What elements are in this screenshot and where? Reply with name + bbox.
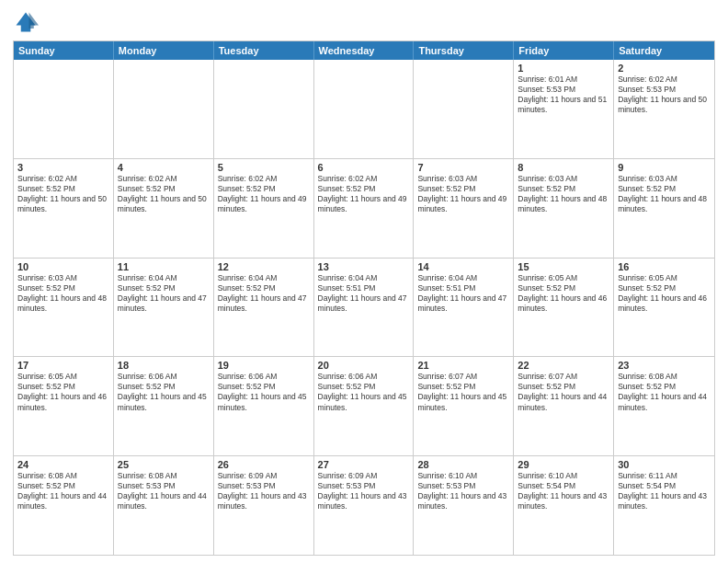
header: [13, 9, 715, 35]
header-day-wednesday: Wednesday: [314, 41, 415, 60]
calendar-cell: 15Sunrise: 6:05 AM Sunset: 5:52 PM Dayli…: [514, 259, 614, 357]
header-day-tuesday: Tuesday: [214, 41, 314, 60]
calendar-row-2: 10Sunrise: 6:03 AM Sunset: 5:52 PM Dayli…: [14, 259, 714, 358]
day-number: 18: [118, 360, 210, 371]
day-number: 25: [118, 459, 210, 470]
calendar-cell: 21Sunrise: 6:07 AM Sunset: 5:52 PM Dayli…: [414, 357, 514, 455]
calendar: SundayMondayTuesdayWednesdayThursdayFrid…: [13, 40, 715, 556]
day-number: 16: [618, 261, 711, 272]
cell-info: Sunrise: 6:08 AM Sunset: 5:53 PM Dayligh…: [118, 471, 210, 511]
calendar-cell: 12Sunrise: 6:04 AM Sunset: 5:52 PM Dayli…: [214, 259, 314, 357]
day-number: 28: [417, 459, 509, 470]
calendar-cell: 5Sunrise: 6:02 AM Sunset: 5:52 PM Daylig…: [214, 159, 314, 258]
cell-info: Sunrise: 6:01 AM Sunset: 5:53 PM Dayligh…: [518, 75, 609, 115]
calendar-cell: 7Sunrise: 6:03 AM Sunset: 5:52 PM Daylig…: [414, 159, 514, 258]
cell-info: Sunrise: 6:04 AM Sunset: 5:52 PM Dayligh…: [118, 273, 210, 314]
calendar-cell: 6Sunrise: 6:02 AM Sunset: 5:52 PM Daylig…: [314, 159, 415, 258]
calendar-cell: 27Sunrise: 6:09 AM Sunset: 5:53 PM Dayli…: [314, 456, 415, 555]
calendar-cell: 22Sunrise: 6:07 AM Sunset: 5:52 PM Dayli…: [514, 357, 614, 455]
calendar-cell: [14, 60, 114, 158]
calendar-cell: 28Sunrise: 6:10 AM Sunset: 5:53 PM Dayli…: [414, 456, 514, 555]
cell-info: Sunrise: 6:05 AM Sunset: 5:52 PM Dayligh…: [17, 372, 109, 412]
calendar-cell: 14Sunrise: 6:04 AM Sunset: 5:51 PM Dayli…: [414, 259, 514, 357]
day-number: 19: [218, 360, 310, 371]
calendar-cell: 30Sunrise: 6:11 AM Sunset: 5:54 PM Dayli…: [614, 456, 714, 555]
cell-info: Sunrise: 6:11 AM Sunset: 5:54 PM Dayligh…: [618, 471, 711, 511]
cell-info: Sunrise: 6:02 AM Sunset: 5:52 PM Dayligh…: [118, 174, 210, 214]
calendar-row-4: 24Sunrise: 6:08 AM Sunset: 5:52 PM Dayli…: [14, 456, 714, 555]
calendar-header: SundayMondayTuesdayWednesdayThursdayFrid…: [14, 41, 714, 60]
calendar-cell: 11Sunrise: 6:04 AM Sunset: 5:52 PM Dayli…: [114, 259, 214, 357]
calendar-cell: 24Sunrise: 6:08 AM Sunset: 5:52 PM Dayli…: [14, 456, 114, 555]
calendar-cell: 10Sunrise: 6:03 AM Sunset: 5:52 PM Dayli…: [14, 259, 114, 357]
cell-info: Sunrise: 6:07 AM Sunset: 5:52 PM Dayligh…: [417, 372, 509, 412]
header-day-thursday: Thursday: [414, 41, 514, 60]
calendar-cell: 13Sunrise: 6:04 AM Sunset: 5:51 PM Dayli…: [314, 259, 415, 357]
svg-marker-1: [29, 13, 40, 29]
day-number: 22: [518, 360, 609, 371]
cell-info: Sunrise: 6:08 AM Sunset: 5:52 PM Dayligh…: [17, 471, 109, 511]
day-number: 2: [618, 63, 711, 74]
calendar-cell: 9Sunrise: 6:03 AM Sunset: 5:52 PM Daylig…: [614, 159, 714, 258]
calendar-body: 1Sunrise: 6:01 AM Sunset: 5:53 PM Daylig…: [14, 60, 714, 555]
cell-info: Sunrise: 6:02 AM Sunset: 5:53 PM Dayligh…: [618, 75, 711, 115]
calendar-row-0: 1Sunrise: 6:01 AM Sunset: 5:53 PM Daylig…: [14, 60, 714, 159]
calendar-row-3: 17Sunrise: 6:05 AM Sunset: 5:52 PM Dayli…: [14, 357, 714, 456]
calendar-row-1: 3Sunrise: 6:02 AM Sunset: 5:52 PM Daylig…: [14, 159, 714, 259]
calendar-cell: 25Sunrise: 6:08 AM Sunset: 5:53 PM Dayli…: [114, 456, 214, 555]
day-number: 26: [218, 459, 310, 470]
cell-info: Sunrise: 6:05 AM Sunset: 5:52 PM Dayligh…: [618, 273, 711, 314]
calendar-cell: 18Sunrise: 6:06 AM Sunset: 5:52 PM Dayli…: [114, 357, 214, 455]
cell-info: Sunrise: 6:08 AM Sunset: 5:52 PM Dayligh…: [618, 372, 711, 412]
day-number: 1: [518, 63, 609, 74]
day-number: 15: [518, 261, 609, 272]
day-number: 11: [118, 261, 210, 272]
calendar-cell: 8Sunrise: 6:03 AM Sunset: 5:52 PM Daylig…: [514, 159, 614, 258]
day-number: 17: [17, 360, 109, 371]
day-number: 13: [318, 261, 410, 272]
day-number: 29: [518, 459, 609, 470]
cell-info: Sunrise: 6:04 AM Sunset: 5:51 PM Dayligh…: [417, 273, 509, 314]
cell-info: Sunrise: 6:03 AM Sunset: 5:52 PM Dayligh…: [518, 174, 609, 214]
day-number: 7: [417, 162, 509, 173]
calendar-cell: 23Sunrise: 6:08 AM Sunset: 5:52 PM Dayli…: [614, 357, 714, 455]
day-number: 23: [618, 360, 711, 371]
day-number: 12: [218, 261, 310, 272]
calendar-cell: [314, 60, 415, 158]
calendar-cell: [214, 60, 314, 158]
day-number: 30: [618, 459, 711, 470]
calendar-cell: 29Sunrise: 6:10 AM Sunset: 5:54 PM Dayli…: [514, 456, 614, 555]
cell-info: Sunrise: 6:03 AM Sunset: 5:52 PM Dayligh…: [417, 174, 509, 214]
calendar-cell: [414, 60, 514, 158]
cell-info: Sunrise: 6:10 AM Sunset: 5:53 PM Dayligh…: [417, 471, 509, 511]
cell-info: Sunrise: 6:03 AM Sunset: 5:52 PM Dayligh…: [17, 273, 109, 314]
cell-info: Sunrise: 6:09 AM Sunset: 5:53 PM Dayligh…: [318, 471, 410, 511]
day-number: 8: [518, 162, 609, 173]
day-number: 4: [118, 162, 210, 173]
cell-info: Sunrise: 6:06 AM Sunset: 5:52 PM Dayligh…: [118, 372, 210, 412]
logo: [13, 9, 42, 35]
header-day-friday: Friday: [514, 41, 614, 60]
day-number: 24: [17, 459, 109, 470]
calendar-cell: 26Sunrise: 6:09 AM Sunset: 5:53 PM Dayli…: [214, 456, 314, 555]
cell-info: Sunrise: 6:04 AM Sunset: 5:52 PM Dayligh…: [218, 273, 310, 314]
cell-info: Sunrise: 6:06 AM Sunset: 5:52 PM Dayligh…: [318, 372, 410, 412]
cell-info: Sunrise: 6:07 AM Sunset: 5:52 PM Dayligh…: [518, 372, 609, 412]
cell-info: Sunrise: 6:06 AM Sunset: 5:52 PM Dayligh…: [218, 372, 310, 412]
calendar-cell: [114, 60, 214, 158]
header-day-monday: Monday: [114, 41, 214, 60]
calendar-cell: 3Sunrise: 6:02 AM Sunset: 5:52 PM Daylig…: [14, 159, 114, 258]
day-number: 10: [17, 261, 109, 272]
cell-info: Sunrise: 6:05 AM Sunset: 5:52 PM Dayligh…: [518, 273, 609, 314]
day-number: 14: [417, 261, 509, 272]
day-number: 9: [618, 162, 711, 173]
day-number: 5: [218, 162, 310, 173]
day-number: 21: [417, 360, 509, 371]
cell-info: Sunrise: 6:02 AM Sunset: 5:52 PM Dayligh…: [218, 174, 310, 214]
cell-info: Sunrise: 6:02 AM Sunset: 5:52 PM Dayligh…: [17, 174, 109, 214]
day-number: 6: [318, 162, 410, 173]
calendar-cell: 4Sunrise: 6:02 AM Sunset: 5:52 PM Daylig…: [114, 159, 214, 258]
header-day-saturday: Saturday: [614, 41, 714, 60]
day-number: 3: [17, 162, 109, 173]
cell-info: Sunrise: 6:10 AM Sunset: 5:54 PM Dayligh…: [518, 471, 609, 511]
